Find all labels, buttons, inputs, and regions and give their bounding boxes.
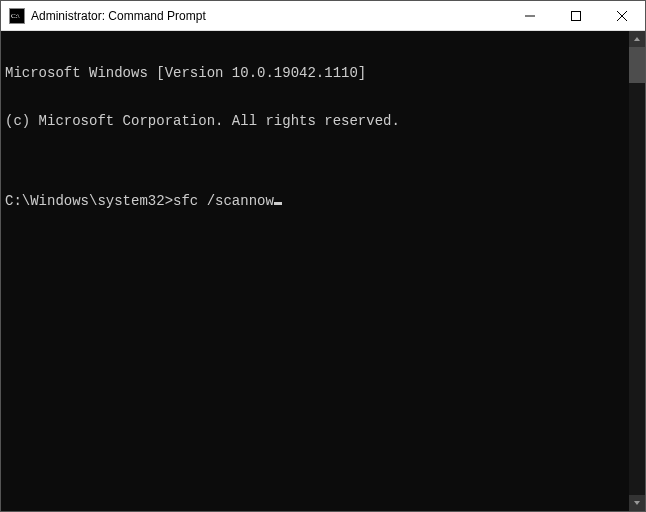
svg-marker-8 bbox=[634, 501, 640, 505]
typed-command: sfc /scannow bbox=[173, 193, 274, 209]
minimize-button[interactable] bbox=[507, 1, 553, 30]
scroll-up-button[interactable] bbox=[629, 31, 645, 47]
command-prompt-window: C:\ Administrator: Command Prompt Micros… bbox=[0, 0, 646, 512]
scrollbar-thumb[interactable] bbox=[629, 47, 645, 83]
scroll-down-button[interactable] bbox=[629, 495, 645, 511]
prompt-line: C:\Windows\system32>sfc /scannow bbox=[5, 193, 625, 209]
window-controls bbox=[507, 1, 645, 30]
window-title: Administrator: Command Prompt bbox=[31, 9, 206, 23]
cursor-icon bbox=[274, 202, 282, 205]
console-output[interactable]: Microsoft Windows [Version 10.0.19042.11… bbox=[1, 31, 629, 511]
vertical-scrollbar[interactable] bbox=[629, 31, 645, 511]
console-area: Microsoft Windows [Version 10.0.19042.11… bbox=[1, 31, 645, 511]
svg-marker-7 bbox=[634, 37, 640, 41]
titlebar[interactable]: C:\ Administrator: Command Prompt bbox=[1, 1, 645, 31]
close-button[interactable] bbox=[599, 1, 645, 30]
maximize-button[interactable] bbox=[553, 1, 599, 30]
scrollbar-track[interactable] bbox=[629, 47, 645, 495]
version-line: Microsoft Windows [Version 10.0.19042.11… bbox=[5, 65, 625, 81]
svg-rect-4 bbox=[572, 11, 581, 20]
svg-text:C:\: C:\ bbox=[11, 12, 20, 20]
cmd-icon: C:\ bbox=[9, 8, 25, 24]
copyright-line: (c) Microsoft Corporation. All rights re… bbox=[5, 113, 625, 129]
prompt-path: C:\Windows\system32> bbox=[5, 193, 173, 209]
